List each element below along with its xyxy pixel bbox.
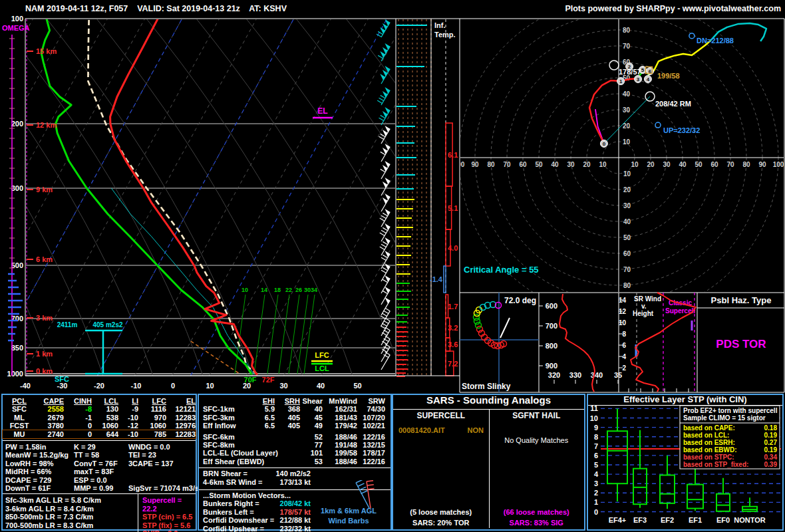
- svg-text:80: 80: [623, 282, 631, 289]
- parcel-cell: 3780: [33, 422, 64, 430]
- shear-cell: [256, 441, 275, 449]
- column-header-label: SRW: [369, 397, 385, 405]
- storm-motion-row: Corfidi Upshear =232/32 kt: [203, 525, 311, 532]
- shear-cell: 132/15: [357, 441, 385, 449]
- shear-row[interactable]: SFC-8km77191/48132/15: [199, 441, 391, 449]
- column-header: SRW: [357, 397, 385, 405]
- shear-cell: 5.9: [256, 405, 275, 413]
- parcel-cell: 2558: [33, 405, 64, 413]
- parcel-cell: 2679: [33, 414, 64, 422]
- column-header: [203, 397, 256, 405]
- shear-cell: 77: [300, 441, 323, 449]
- svg-text:100: 100: [11, 15, 23, 23]
- parcel-cell: 538: [92, 414, 118, 422]
- parcel-row[interactable]: ML2679-1538-1097012283: [3, 414, 196, 422]
- shear-row[interactable]: Eff Shear (EBWD)53188/46122/16: [199, 458, 391, 466]
- svg-text:-20: -20: [94, 382, 104, 390]
- stat-value: 140 m2/s2: [275, 469, 311, 477]
- shear-row[interactable]: Eff Inflow6.540549179/42102/21: [199, 422, 391, 430]
- vector-label: Bunkers Left =: [203, 508, 254, 516]
- svg-text:6 km: 6 km: [36, 255, 53, 263]
- svg-text:0.19: 0.19: [764, 446, 778, 454]
- stp-box-EF2: [660, 456, 675, 509]
- svg-text:850: 850: [11, 344, 23, 352]
- sars-match-row[interactable]: 00081420.AIT NON: [398, 426, 484, 434]
- shear-cell: SFC-6km: [203, 433, 256, 441]
- svg-text:10: 10: [599, 161, 607, 168]
- parcel-cell: SFC: [5, 405, 33, 413]
- parcel-row[interactable]: FCST378001060-12106012976: [3, 422, 196, 430]
- svg-text:1.7: 1.7: [448, 303, 458, 311]
- shear-row[interactable]: SFC-1km5.936840162/3174/30: [199, 405, 391, 413]
- wind-barb-inset: [332, 480, 379, 509]
- svg-text:5: 5: [594, 461, 598, 469]
- svg-text:SR Wind: SR Wind: [634, 295, 661, 303]
- shear-cell: 405: [275, 414, 300, 422]
- parcel-cell: 2740: [33, 430, 64, 438]
- svg-text:10: 10: [631, 161, 639, 168]
- wind-speed-panel: [396, 19, 431, 376]
- svg-text:Psbl Haz. Type: Psbl Haz. Type: [711, 295, 772, 305]
- svg-text:30: 30: [663, 161, 671, 168]
- column-header-label: LI: [132, 397, 138, 405]
- svg-text:based on LCL:: based on LCL:: [683, 432, 729, 439]
- svg-text:2: 2: [622, 364, 626, 372]
- svg-text:80: 80: [487, 161, 495, 168]
- barb-caption-1: 1km & 6km AGL: [312, 507, 385, 515]
- shear-row[interactable]: LCL-EL (Cloud Layer)101199/58178/17: [199, 449, 391, 457]
- shear-table-header: EHISRHShearMnWindSRW: [199, 397, 391, 405]
- svg-text:EF0: EF0: [716, 516, 730, 524]
- svg-text:90: 90: [758, 161, 766, 168]
- shear-row[interactable]: SFC-6km52188/46122/16: [199, 433, 391, 441]
- stp-title: Effective Layer STP (with CIN): [588, 395, 782, 406]
- svg-text:30: 30: [567, 161, 575, 168]
- column-header: EHI: [256, 397, 275, 405]
- stat-value: TEI = 23: [128, 451, 195, 459]
- parcel-cell: 644: [92, 430, 118, 438]
- shear-cell: 107/20: [357, 414, 385, 422]
- svg-text:30: 30: [279, 382, 287, 390]
- shear-cell: 188/46: [323, 458, 357, 466]
- svg-text:72F: 72F: [262, 376, 275, 384]
- parcel-row[interactable]: SFC2558-8130-9111612121: [3, 405, 196, 413]
- svg-text:800: 800: [546, 342, 557, 350]
- stp-box-EF3: [633, 430, 647, 508]
- parcel-cell: 12283: [166, 414, 196, 422]
- svg-text:90: 90: [471, 161, 479, 168]
- svg-text:0: 0: [594, 508, 598, 516]
- sars-match-type: NON: [468, 426, 484, 434]
- svg-text:Critical Angle = 55: Critical Angle = 55: [464, 265, 539, 275]
- stp-box-EF1: [687, 469, 703, 511]
- shear-row[interactable]: SFC-3km6.540545181/43107/20: [199, 414, 391, 422]
- sars-match-id[interactable]: 00081420.AIT: [398, 426, 445, 434]
- shear-cell: 102/21: [357, 422, 385, 430]
- lapse-and-indices: Sfc-3km AGL LR = 5.8 C/km3-6km AGL LR = …: [3, 493, 196, 532]
- shear-cell: 162/31: [323, 405, 357, 413]
- svg-text:20: 20: [583, 161, 591, 168]
- svg-text:OMEGA: OMEGA: [2, 24, 30, 32]
- svg-text:70: 70: [623, 43, 631, 50]
- parcel-cell: 12283: [166, 430, 196, 438]
- parcel-cell: FCST: [5, 422, 33, 430]
- sars-hail-prob: SARS: 83% SIG: [489, 519, 585, 527]
- stat-value: MMP = 0.99: [74, 484, 128, 492]
- svg-text:100: 100: [773, 161, 784, 168]
- svg-text:80: 80: [742, 161, 750, 168]
- column-header: LFC: [138, 397, 166, 405]
- shear-cell: [275, 458, 300, 466]
- vector-label: Corfidi Upshear =: [203, 525, 264, 532]
- shear-cell: 191/48: [323, 441, 357, 449]
- stp-box-EF4+: [607, 409, 627, 502]
- shear-cell: 178/17: [357, 449, 385, 457]
- svg-text:70: 70: [503, 161, 511, 168]
- shear-cell: [275, 449, 300, 457]
- svg-text:Sample CLIMO = 15 sigtor: Sample CLIMO = 15 sigtor: [683, 414, 766, 422]
- svg-text:30: 30: [623, 202, 631, 209]
- svg-text:EL: EL: [317, 106, 327, 116]
- column-header-label: LFC: [152, 397, 166, 405]
- svg-text:based on ESRH:: based on ESRH:: [683, 439, 735, 446]
- parcel-row[interactable]: MU27400644-1078512283: [3, 430, 196, 438]
- svg-text:35: 35: [614, 371, 622, 379]
- column-header-label: EL: [186, 397, 196, 405]
- column-header: Shear: [300, 397, 323, 405]
